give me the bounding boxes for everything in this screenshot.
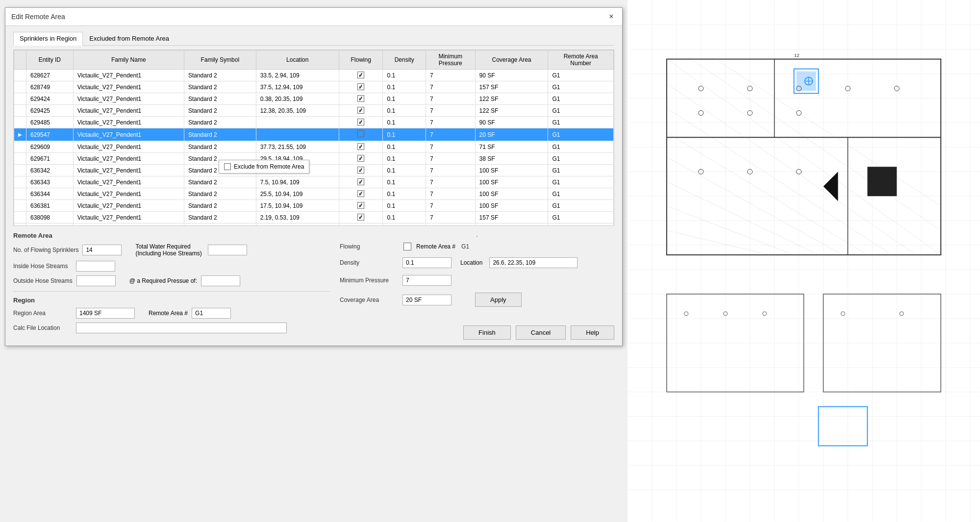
flowing-checkbox-cell[interactable]: ✓ xyxy=(357,202,364,209)
flowing-checkbox-cell[interactable]: ✓ xyxy=(357,155,364,162)
cell-remote: G1 xyxy=(548,212,614,224)
flowing-checkbox-cell[interactable]: ✓ xyxy=(357,167,364,174)
flowing-checkbox-cell[interactable]: ✓ xyxy=(357,178,364,185)
cell-density: 0.1 xyxy=(383,165,426,176)
context-menu-checkbox[interactable] xyxy=(224,163,231,170)
cell-family_symbol: Standard 2 xyxy=(184,224,256,226)
outside-hose-input[interactable] xyxy=(76,275,116,286)
flowing-checkbox-cell[interactable]: ✓ xyxy=(357,72,364,78)
finish-button[interactable]: Finish xyxy=(463,325,511,340)
table-row[interactable]: 636343Victaulic_V27_Pendent1Standard 27.… xyxy=(14,176,614,188)
cell-pressure: 7 xyxy=(426,165,475,176)
cell-density: 0.1 xyxy=(383,105,426,117)
density-input[interactable] xyxy=(402,257,452,268)
cell-pressure: 7 xyxy=(426,81,475,93)
flowing-checkbox-cell[interactable] xyxy=(357,130,364,137)
table-row[interactable]: 628749Victaulic_V27_Pendent1Standard 237… xyxy=(14,81,614,93)
cell-remote: G1 xyxy=(548,141,614,153)
cell-pressure: 7 xyxy=(426,70,475,81)
col-min-pressure: MinimumPressure xyxy=(426,50,475,70)
coverage-input[interactable] xyxy=(402,295,452,305)
inside-hose-row: Inside Hose Streams xyxy=(13,261,330,272)
flowing-cell: ✓ xyxy=(339,117,382,128)
cell-coverage: 100 SF xyxy=(475,176,548,188)
table-row[interactable]: 629424Victaulic_V27_Pendent1Standard 20.… xyxy=(14,93,614,105)
cell-remote: G1 xyxy=(548,153,614,165)
cell-family_name: Victaulic_V27_Pendent1 xyxy=(73,165,184,176)
flowing-right-row: Flowing Remote Area # G1 xyxy=(340,243,614,250)
cell-family_name: Victaulic_V27_Pendent1 xyxy=(73,188,184,200)
cell-pressure: 7 xyxy=(426,117,475,128)
cell-family_symbol: Standard 2 xyxy=(184,117,256,128)
cell-coverage: 38 SF xyxy=(475,153,548,165)
table-row[interactable]: 629425Victaulic_V27_Pendent1Standard 212… xyxy=(14,105,614,117)
cell-location: 37.5, 12.94, 109 xyxy=(256,81,339,93)
table-row[interactable]: 628627Victaulic_V27_Pendent1Standard 233… xyxy=(14,70,614,81)
density-row: Density Location xyxy=(340,257,614,268)
table-row[interactable]: 638099Victaulic_V27_Pendent1Standard 216… xyxy=(14,224,614,226)
flowing-cell: ✓ xyxy=(339,165,382,176)
table-row[interactable]: 629609Victaulic_V27_Pendent1Standard 237… xyxy=(14,141,614,153)
density-label: Density xyxy=(340,259,399,266)
outside-hose-row: Outside Hose Streams @ a Required Pressu… xyxy=(13,275,330,286)
table-row[interactable]: ▶629547Victaulic_V27_Pendent1Standard 20… xyxy=(14,128,614,141)
cell-coverage: 90 SF xyxy=(475,70,548,81)
cell-family_name: Victaulic_V27_Pendent1 xyxy=(73,153,184,165)
location-input[interactable] xyxy=(489,257,578,268)
table-row[interactable]: 629671Victaulic_V27_Pendent1Standard 229… xyxy=(14,153,614,165)
cell-location: 37.73, 21.55, 109 xyxy=(256,141,339,153)
col-coverage-area: Coverage Area xyxy=(475,50,548,70)
flowing-checkbox-cell[interactable]: ✓ xyxy=(357,225,364,226)
cell-location: 0.38, 20.35, 109 xyxy=(256,93,339,105)
col-family-symbol: Family Symbol xyxy=(184,50,256,70)
close-button[interactable]: × xyxy=(606,12,616,22)
table-row[interactable]: 636344Victaulic_V27_Pendent1Standard 225… xyxy=(14,188,614,200)
row-arrow xyxy=(14,165,26,176)
region-section: Region Region Area Remote Area # Calc Fi… xyxy=(13,297,330,333)
min-pressure-label: Minimum Pressure xyxy=(340,277,399,284)
flowing-checkbox-cell[interactable]: ✓ xyxy=(357,119,364,125)
total-water-input[interactable] xyxy=(208,245,247,255)
left-panel: Remote Area No. of Flowing Sprinklers To… xyxy=(13,232,330,340)
cell-family_symbol: Standard 2 xyxy=(184,81,256,93)
cell-coverage: 90 SF xyxy=(475,117,548,128)
cell-family_symbol: Standard 2 xyxy=(184,141,256,153)
cell-pressure: 7 xyxy=(426,128,475,141)
dialog-background: Edit Remote Area × Sprinklers in Region … xyxy=(0,0,628,522)
table-row[interactable]: 636381Victaulic_V27_Pendent1Standard 217… xyxy=(14,200,614,212)
flowing-checkbox[interactable] xyxy=(403,243,411,250)
flowing-checkbox-cell[interactable]: ✓ xyxy=(357,107,364,114)
pressure-input[interactable] xyxy=(201,275,240,286)
inside-hose-input[interactable] xyxy=(76,261,115,272)
region-area-input[interactable] xyxy=(76,308,135,319)
cell-coverage: 157 SF xyxy=(475,212,548,224)
cell-coverage: 122 SF xyxy=(475,93,548,105)
apply-button[interactable]: Apply xyxy=(475,293,522,307)
flowing-cell: ✓ xyxy=(339,176,382,188)
table-row[interactable]: 629485Victaulic_V27_Pendent1Standard 2✓0… xyxy=(14,117,614,128)
cell-location: 7.5, 10.94, 109 xyxy=(256,176,339,188)
flowing-checkbox-cell[interactable]: ✓ xyxy=(357,83,364,90)
cell-remote: G1 xyxy=(548,200,614,212)
col-density: Density xyxy=(383,50,426,70)
tab-sprinklers-in-region[interactable]: Sprinklers in Region xyxy=(13,32,83,46)
flowing-checkbox-cell[interactable]: ✓ xyxy=(357,95,364,102)
remote-area-num-label-region: Remote Area # xyxy=(149,310,188,317)
calc-file-input[interactable] xyxy=(76,323,287,333)
flowing-right-label: Flowing xyxy=(340,243,399,250)
flowing-checkbox-cell[interactable]: ✓ xyxy=(357,214,364,221)
context-menu[interactable]: Exclude from Remote Area xyxy=(219,160,309,174)
tab-excluded-from-remote-area[interactable]: Excluded from Remote Area xyxy=(83,32,176,45)
help-button[interactable]: Help xyxy=(571,325,614,340)
cell-location: 16.19, 0.53, 109 xyxy=(256,224,339,226)
table-row[interactable]: 636342Victaulic_V27_Pendent1Standard 2-6… xyxy=(14,165,614,176)
min-pressure-input[interactable] xyxy=(402,275,452,286)
flowing-sprinklers-input[interactable] xyxy=(82,245,122,255)
cancel-button[interactable]: Cancel xyxy=(516,325,566,340)
table-row[interactable]: 638098Victaulic_V27_Pendent1Standard 22.… xyxy=(14,212,614,224)
remote-area-num-input-region[interactable] xyxy=(192,308,231,319)
region-area-row: Region Area Remote Area # xyxy=(13,308,330,319)
cell-location: 2.19, 0.53, 109 xyxy=(256,212,339,224)
flowing-checkbox-cell[interactable]: ✓ xyxy=(357,190,364,197)
flowing-checkbox-cell[interactable]: ✓ xyxy=(357,143,364,150)
